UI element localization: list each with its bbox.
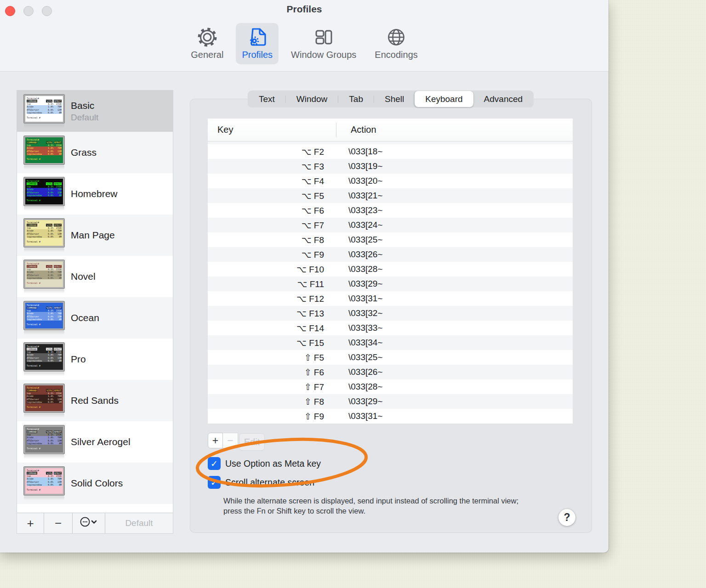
toolbar-item-label: Encodings — [375, 50, 417, 60]
profile-list: Terminal# COMMAND%CPURPRVT top4.1%231KXc… — [17, 90, 173, 513]
profile-row-red-sands[interactable]: Terminal# COMMAND%CPURPRVT top4.1%231KXc… — [17, 380, 173, 421]
table-row[interactable]: ⌥ F6\033[23~ — [208, 203, 573, 218]
action-cell: \033[33~ — [336, 323, 383, 333]
table-row[interactable]: ⇧ F5\033[25~ — [208, 350, 573, 365]
table-row[interactable]: ⌥ F12\033[31~ — [208, 291, 573, 306]
toolbar-item-window-groups[interactable]: Window Groups — [285, 23, 362, 64]
table-row[interactable]: ⇧ F6\033[26~ — [208, 365, 573, 379]
edit-mapping-button[interactable]: Edit — [239, 433, 265, 451]
checkbox-scroll-alternate-screen[interactable]: ✓ — [208, 476, 221, 489]
action-cell: \033[21~ — [336, 191, 383, 201]
table-row[interactable]: ⌥ F7\033[24~ — [208, 218, 573, 232]
table-row[interactable]: ⌥ F3\033[19~ — [208, 159, 573, 174]
question-mark-icon: ? — [564, 511, 570, 524]
key-cell: ⌥ F5 — [208, 191, 336, 201]
profile-row-homebrew[interactable]: Terminal# COMMAND%CPURPRVT top4.1%231KXc… — [17, 173, 173, 215]
add-profile-button[interactable]: + — [17, 513, 44, 533]
column-header-action[interactable]: Action — [351, 124, 376, 135]
mapping-actions: + − Edit — [208, 433, 265, 451]
add-mapping-button[interactable]: + — [208, 433, 223, 448]
checkbox-label[interactable]: Scroll alternate screen — [225, 477, 314, 488]
action-cell: \033[28~ — [336, 264, 383, 274]
profile-row-silver-aerogel[interactable]: Terminal# COMMAND%CPURPRVT top4.1%231KXc… — [17, 421, 173, 463]
gear-icon — [196, 25, 219, 49]
profile-name: Silver Aerogel — [71, 436, 131, 447]
table-row[interactable]: ⌥ F14\033[33~ — [208, 321, 573, 335]
column-header-key[interactable]: Key — [208, 124, 233, 135]
key-cell: ⌥ F2 — [208, 147, 336, 157]
toolbar-item-encodings[interactable]: Encodings — [369, 23, 423, 64]
key-cell: ⌥ F13 — [208, 308, 336, 319]
key-cell: ⌥ F6 — [208, 205, 336, 216]
key-cell: ⌥ F11 — [208, 279, 336, 289]
checkbox-label[interactable]: Use Option as Meta key — [225, 458, 321, 469]
table-row[interactable]: ⇧ F9\033[31~ — [208, 409, 573, 424]
key-cell: ⌥ F15 — [208, 338, 336, 348]
remove-profile-button[interactable]: − — [44, 513, 73, 533]
action-cell: \033[31~ — [336, 411, 383, 421]
tab-advanced[interactable]: Advanced — [473, 91, 534, 107]
table-row[interactable]: ⌥ F13\033[32~ — [208, 306, 573, 321]
table-header: Key Action — [208, 119, 573, 141]
tab-keyboard[interactable]: Keyboard — [415, 91, 473, 107]
table-row[interactable]: ⇧ F7\033[28~ — [208, 379, 573, 394]
table-row[interactable]: ⌥ F8\033[25~ — [208, 232, 573, 247]
profile-thumbnail: Terminal# COMMAND%CPURPRVT top4.1%231KXc… — [24, 425, 64, 459]
profile-row-novel[interactable]: Terminal# COMMAND%CPURPRVT top4.1%231KXc… — [17, 256, 173, 297]
action-cell: \033[32~ — [336, 308, 383, 318]
help-button[interactable]: ? — [558, 509, 575, 526]
key-cell: ⌥ F8 — [208, 235, 336, 245]
table-row[interactable]: ⌥ F5\033[21~ — [208, 188, 573, 203]
profile-thumbnail: Terminal# COMMAND%CPURPRVT top4.1%231KXc… — [24, 467, 64, 500]
table-row[interactable]: ⇧ F8\033[29~ — [208, 394, 573, 409]
titlebar-toolbar: Profiles General Profiles Window Groups … — [0, 0, 609, 72]
key-cell: ⌥ F12 — [208, 294, 336, 304]
column-divider[interactable] — [336, 123, 336, 137]
table-row[interactable]: ⌥ F10\033[28~ — [208, 262, 573, 277]
key-cell: ⌥ F7 — [208, 220, 336, 231]
table-row[interactable]: ⌥ F9\033[26~ — [208, 247, 573, 262]
key-cell: ⇧ F6 — [208, 367, 336, 378]
profile-row-solid-colors[interactable]: Terminal# COMMAND%CPURPRVT top4.1%231KXc… — [17, 463, 173, 504]
profile-thumbnail: Terminal# COMMAND%CPURPRVT top4.1%231KXc… — [24, 219, 64, 252]
scroll-alternate-help-text: While the alternate screen is displayed,… — [223, 496, 532, 516]
profile-row-basic[interactable]: Terminal# COMMAND%CPURPRVT top4.1%231KXc… — [17, 90, 173, 132]
key-cell: ⇧ F8 — [208, 396, 336, 407]
action-cell: \033[26~ — [336, 367, 383, 377]
action-cell: \033[26~ — [336, 249, 383, 260]
key-cell: ⌥ F9 — [208, 249, 336, 260]
toolbar-item-profiles[interactable]: Profiles — [236, 23, 279, 64]
toolbar-item-label: General — [191, 50, 223, 60]
default-button[interactable]: Default — [105, 513, 173, 533]
key-cell: ⇧ F5 — [208, 352, 336, 363]
key-cell: ⌥ F10 — [208, 264, 336, 275]
tab-tab[interactable]: Tab — [338, 91, 374, 107]
action-cell: \033[28~ — [336, 382, 383, 392]
tab-window[interactable]: Window — [286, 91, 338, 107]
action-cell: \033[25~ — [336, 352, 383, 362]
key-cell: ⌥ F4 — [208, 176, 336, 187]
profile-thumbnail: Terminal# COMMAND%CPURPRVT top4.1%231KXc… — [24, 136, 64, 170]
profile-row-ocean[interactable]: Terminal# COMMAND%CPURPRVT top4.1%231KXc… — [17, 297, 173, 339]
window-groups-icon — [312, 25, 335, 49]
profile-sidebar: Terminal# COMMAND%CPURPRVT top4.1%231KXc… — [17, 90, 173, 534]
profile-name: Red Sands — [71, 395, 119, 406]
profile-row-grass[interactable]: Terminal# COMMAND%CPURPRVT top4.1%231KXc… — [17, 132, 173, 173]
table-row[interactable]: ⌥ F4\033[20~ — [208, 174, 573, 188]
key-cell: ⌥ F3 — [208, 161, 336, 172]
remove-mapping-button[interactable]: − — [223, 433, 238, 448]
profile-tabs: TextWindowTabShellKeyboardAdvanced — [248, 90, 534, 107]
table-row[interactable]: ⌥ F11\033[29~ — [208, 277, 573, 291]
table-row[interactable]: ⌥ F15\033[34~ — [208, 335, 573, 350]
toolbar-item-general[interactable]: General — [185, 23, 229, 64]
tab-shell[interactable]: Shell — [374, 91, 415, 107]
profile-row-pro[interactable]: Terminal# COMMAND%CPURPRVT top4.1%231KXc… — [17, 339, 173, 380]
profile-thumbnail: Terminal# COMMAND%CPURPRVT top4.1%231KXc… — [24, 343, 64, 376]
profile-doc-icon — [246, 25, 269, 49]
checkbox-use-option-as-meta-key[interactable]: ✓ — [208, 457, 221, 470]
action-cell: \033[20~ — [336, 176, 383, 186]
table-row[interactable]: ⌥ F2\033[18~ — [208, 144, 573, 159]
profile-row-man-page[interactable]: Terminal# COMMAND%CPURPRVT top4.1%231KXc… — [17, 215, 173, 256]
profile-actions-menu-button[interactable] — [73, 513, 105, 533]
tab-text[interactable]: Text — [248, 91, 285, 107]
